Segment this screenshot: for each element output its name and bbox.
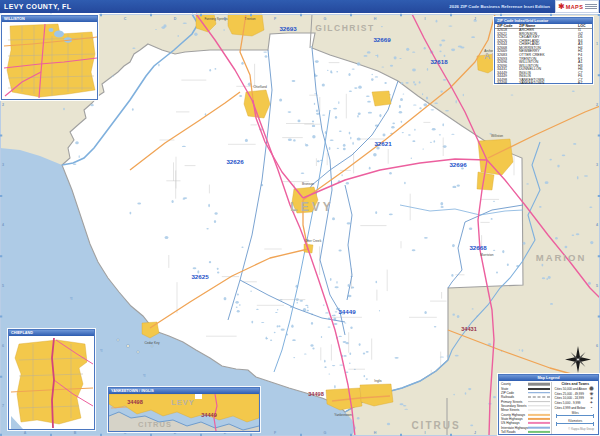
zip-code-label: 32696 [449,161,467,168]
logo-lines [585,4,597,9]
zip-code-label: 32693 [279,25,297,32]
legend-line-items: CountyStateZIP CodeRailroadsPrimary Stre… [501,382,551,434]
header-bar: LEVY COUNTY, FL 2026 ZIP Code Business R… [0,0,600,13]
town-name-label: Inglis [374,379,382,383]
town-name-label: Bronson [302,182,314,186]
zip-index-rows: 32618ARCHERI132621BRONSONG232625CEDAR KE… [495,29,592,86]
inset-county-label: CITRUS [138,420,172,429]
grid-col-label: H [374,17,377,21]
map-page: LEVY COUNTY, FL 2026 ZIP Code Business R… [0,0,600,436]
grid-row-label: 3 [596,163,598,167]
inset-zip-label: 34449 [201,412,217,418]
zip-index-row: 34498YANKEETOWNE7 [495,82,592,86]
zip-code-label-adjacent: 34431 [461,326,477,332]
grid-col-label: C [124,17,127,21]
scale-km-label: Kilometers [554,419,596,423]
grid-row-label: 3 [2,163,4,167]
zip-code-label: 32618 [430,58,448,65]
scale-miles: Miles [554,411,596,418]
grid-col-label: J [474,431,476,435]
copyright-text: © Kappa Map Group [554,427,596,431]
inset-b-map [9,336,94,429]
county-name-label: MARION [536,252,587,263]
inset-a-map [2,22,97,99]
grid-col-label: A [24,431,27,435]
zip-code-label: 32621 [374,140,392,147]
page-title: LEVY COUNTY, FL [4,3,71,10]
publisher-logo: ✱ MAPS [555,0,599,13]
town-name-label: Williston [491,134,503,138]
grid-col-label: H [374,431,377,435]
zip-code-label: 32668 [469,244,487,251]
inset-county-label: LEVY [171,398,195,407]
county-name-label: CITRUS [411,420,460,431]
inset-chiefland: CHIEFLAND [8,329,95,430]
zip-code-label-adjacent: 34498 [308,391,324,397]
grid-col-label: D [174,17,177,21]
zip-code-label: 32669 [373,36,391,43]
legend-panel: Map Legend CountyStateZIP CodeRailroadsP… [498,374,599,435]
legend-city-items: Cities 50,000 and Above✹Cities 25,000 - … [554,387,596,410]
scale-kilometers: Kilometers [554,419,596,426]
grid-row-label: 6 [2,344,4,348]
logo-text: MAPS [566,4,584,10]
town-name-label: Morriston [480,253,494,257]
grid-col-label: J [474,17,476,21]
legend-line-item: Toll Roads [501,430,551,434]
county-name-label: LEVY [290,200,333,214]
legend-city-item: Cities 5,000 - 9,999✦ [554,401,596,406]
grid-row-label: 7 [2,404,4,408]
svg-text:≈: ≈ [143,372,146,378]
zip-code-label: 32625 [191,273,209,280]
svg-text:≈: ≈ [100,347,103,353]
svg-text:≈: ≈ [70,295,73,301]
grid-col-label: I [425,17,426,21]
grid-col-label: G [324,17,327,21]
town-name-label: Chiefland [253,85,267,89]
zip-index-panel: ZIP Code Index/Grid Locator ZIP Code ZIP… [494,17,593,84]
town-name-label: Cedar Key [144,341,159,345]
grid-row-label: 4 [2,223,4,227]
grid-col-label: G [324,431,327,435]
inset-williston: WILLISTON [1,15,98,100]
town-name-label: Otter Creek [305,239,322,243]
inset-yankeetown-inglis: YANKEETOWN / INGLIS 34498LEVY34449CITRUS [108,387,260,432]
zip-code-label: 32626 [226,158,244,165]
grid-row-label: 2 [596,103,598,107]
county-name-label: GILCHRIST [315,23,374,33]
grid-row-label: 5 [2,284,4,288]
logo-star-icon: ✱ [558,3,565,11]
zip-code-label: 34449 [338,308,356,315]
inset-zip-label: 34498 [127,399,143,405]
grid-row-label: 4 [596,223,598,227]
town-name-label: Yankeetown [334,413,352,417]
grid-col-label: B [74,431,77,435]
grid-row-label: 6 [596,344,598,348]
grid-col-label: I [425,431,426,435]
town-name-label: Trenton [245,17,256,21]
grid-row-label: 5 [596,284,598,288]
legend-city-item: Cities 4,999 and Below• [554,405,596,410]
scale-miles-label: Miles [554,411,596,415]
edition-label: 2026 ZIP Code Business Reference Inset E… [449,4,550,9]
grid-row-label: 1 [596,42,598,46]
grid-row-label: 2 [2,103,4,107]
inset-c-map: 34498LEVY34449CITRUS [109,394,259,431]
city-symbol-icon: • [587,406,596,410]
